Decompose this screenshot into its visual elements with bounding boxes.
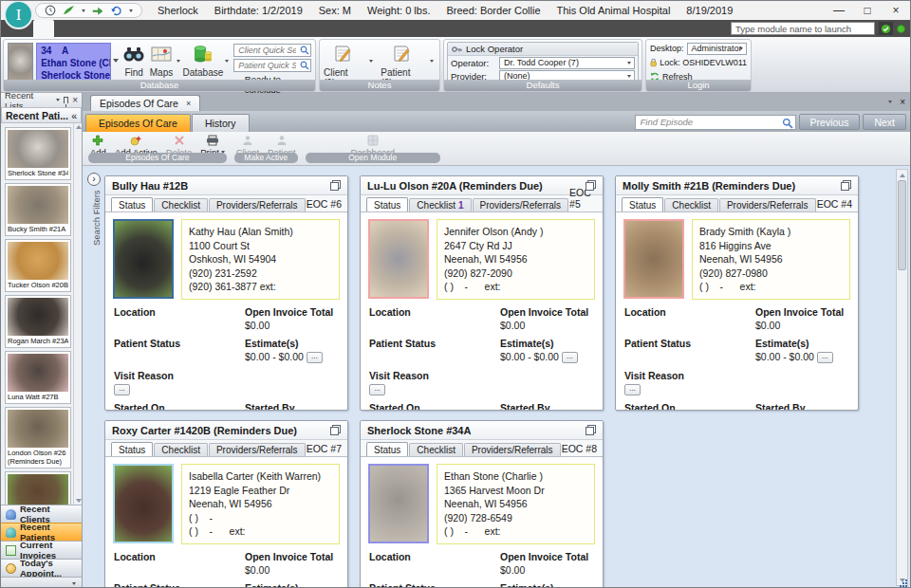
menu-tab[interactable] <box>54 20 75 37</box>
recent-patient-item[interactable]: London Olson #26 (Reminders Due) <box>5 407 71 469</box>
dock-menu-caret[interactable] <box>56 99 60 101</box>
client-notes-caret[interactable] <box>369 60 373 63</box>
find-button[interactable]: Find <box>121 43 148 78</box>
visit-reason-ellipsis-button[interactable]: ... <box>114 384 130 395</box>
client-info-line: Ethan Stone (Charlie ) <box>444 469 587 484</box>
database-icon <box>191 45 215 67</box>
clock-icon[interactable] <box>45 5 56 16</box>
maps-dropdown-caret[interactable] <box>177 60 180 63</box>
tab-list-caret[interactable] <box>888 101 892 103</box>
card-tab-providers[interactable]: Providers/Referrals <box>209 443 306 456</box>
pin-icon[interactable] <box>64 97 68 103</box>
recent-patient-item[interactable]: Bucky Smith #21A <box>5 183 71 236</box>
estimates-ellipsis-button[interactable]: ... <box>562 352 578 363</box>
card-tab-providers[interactable]: Providers/Referrals <box>719 198 816 211</box>
lock-workstation-button[interactable]: Lock: OSHIDEVLW011 <box>650 56 747 69</box>
undo-dropdown-caret[interactable] <box>129 9 133 12</box>
previous-button[interactable]: Previous <box>799 114 861 130</box>
card-tab-providers[interactable]: Providers/Referrals <box>209 198 306 211</box>
client-quick-search <box>233 44 311 57</box>
subtab-history[interactable]: History <box>192 114 250 132</box>
tab-close-icon[interactable]: × <box>186 99 191 108</box>
undo-icon[interactable] <box>110 5 122 16</box>
maximize-button[interactable]: □ <box>853 1 882 20</box>
visit-reason-ellipsis-button[interactable]: ... <box>624 384 641 395</box>
content-scrollbar[interactable] <box>896 169 908 586</box>
recent-patient-item[interactable]: Rogan March #23A <box>5 295 71 348</box>
menu-tab[interactable] <box>33 20 54 37</box>
sidebar-list-button[interactable]: Current Invoices <box>1 541 82 559</box>
resize-grip[interactable] <box>900 579 907 587</box>
sidebar-footer-caret[interactable] <box>72 582 76 585</box>
collapse-panel-icon[interactable]: « <box>71 110 77 121</box>
sidebar-list-button[interactable]: Recent Patients <box>1 523 82 541</box>
database-button[interactable]: Database <box>182 43 223 78</box>
started-by-label: Started By <box>755 402 849 411</box>
estimates-ellipsis-button[interactable]: ... <box>307 352 323 363</box>
card-tab-status[interactable]: Status <box>111 197 153 211</box>
maps-button[interactable]: Maps <box>148 43 176 78</box>
patient-box-caret[interactable] <box>113 59 119 63</box>
card-tab-status[interactable]: Status <box>366 442 408 456</box>
add-icon <box>92 134 103 146</box>
menu-tab[interactable] <box>96 20 117 37</box>
recent-patient-item[interactable]: Sherlock Stone #34A <box>5 127 71 180</box>
menu-tab[interactable] <box>179 20 200 37</box>
toolbar-group-label: Episodes Of Care <box>88 153 227 163</box>
scrollbar-thumb[interactable] <box>898 180 906 270</box>
expand-search-filters-button[interactable]: › <box>87 173 101 186</box>
card-tab-status[interactable]: Status <box>366 197 408 211</box>
card-tab-checklist[interactable]: Checklist1 <box>409 198 471 211</box>
patient-notes-caret[interactable] <box>430 60 434 63</box>
popout-icon[interactable] <box>841 180 851 191</box>
sidebar-scrollbar[interactable] <box>73 123 82 505</box>
tabstrip-close-icon[interactable]: × <box>900 97 905 107</box>
find-episode-input[interactable] <box>636 116 795 129</box>
menu-tab[interactable] <box>117 20 138 37</box>
card-tab-status[interactable]: Status <box>111 442 153 456</box>
card-tab-status[interactable]: Status <box>622 197 663 211</box>
module-launcher-input[interactable] <box>731 22 875 35</box>
card-tab-checklist[interactable]: Checklist <box>154 198 208 211</box>
estimates-ellipsis-button[interactable]: ... <box>817 352 833 363</box>
database-dropdown-caret[interactable] <box>225 60 229 63</box>
lock-operator-button[interactable]: Lock Operator <box>448 43 638 56</box>
menu-tab[interactable] <box>200 20 221 37</box>
recent-patient-item[interactable]: Tucker Olson #20B <box>5 239 71 292</box>
signature-dropdown-caret[interactable] <box>82 9 85 12</box>
menu-tab[interactable] <box>138 20 158 37</box>
popout-icon[interactable] <box>330 425 341 435</box>
card-tab-checklist[interactable]: Checklist <box>409 443 463 456</box>
launch-ok-icon[interactable] <box>879 22 893 35</box>
menu-tab[interactable] <box>158 20 179 37</box>
recent-patient-item[interactable]: Thor Olson #26B <box>5 471 71 505</box>
location-label: Location <box>369 551 500 562</box>
menu-tab[interactable] <box>75 20 96 37</box>
app-logo[interactable]: I <box>6 2 31 28</box>
operator-select[interactable]: Dr. Todd Cooper (7) <box>499 57 635 69</box>
popout-icon[interactable] <box>586 180 596 191</box>
next-button[interactable]: Next <box>863 114 906 130</box>
sidebar-list-button[interactable]: Today's Appoint... <box>1 559 82 577</box>
close-button[interactable]: × <box>882 1 910 20</box>
menu-tab[interactable] <box>221 20 242 37</box>
popout-icon[interactable] <box>330 180 341 191</box>
card-tab-checklist[interactable]: Checklist <box>154 443 208 456</box>
active-patient-box[interactable]: 34 AEthan Stone (Charlie )Sherlock Stone… <box>36 43 111 83</box>
tab-episodes-of-care[interactable]: Episodes Of Care × <box>90 95 200 111</box>
search-filters-label[interactable]: Search Filters <box>91 190 102 246</box>
minimize-button[interactable]: — <box>825 1 853 20</box>
sidebar-list-button[interactable]: Recent Clients <box>1 505 82 523</box>
subtab-episodes-of-care[interactable]: Episodes Of Care <box>85 114 191 132</box>
card-tab-checklist[interactable]: Checklist <box>664 198 718 211</box>
forward-icon[interactable] <box>92 5 103 16</box>
active-patient-photo[interactable] <box>8 43 33 83</box>
popout-icon[interactable] <box>586 425 596 435</box>
visit-reason-ellipsis-button[interactable]: ... <box>369 384 385 395</box>
dock-close-icon[interactable]: × <box>72 95 78 105</box>
card-tab-providers[interactable]: Providers/Referrals <box>464 443 561 456</box>
desktop-select[interactable]: Administrator <box>687 43 747 55</box>
card-tab-providers[interactable]: Providers/Referrals <box>473 198 569 211</box>
signature-icon[interactable] <box>63 5 75 16</box>
recent-patient-item[interactable]: Luna Watt #27B <box>5 351 71 404</box>
